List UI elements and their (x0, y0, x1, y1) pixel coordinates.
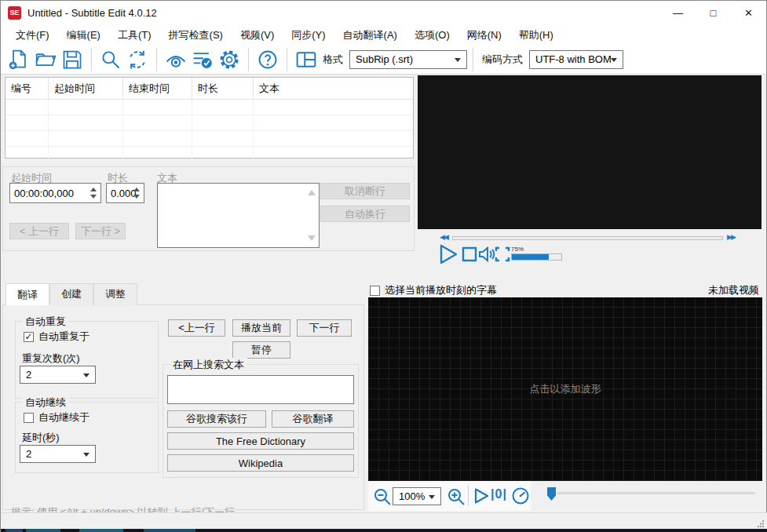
tab-translate[interactable]: 翻译 (5, 283, 49, 306)
playback-speed-button[interactable] (511, 486, 530, 505)
unbreak-button[interactable]: 取消断行 (320, 183, 410, 199)
column-duration[interactable]: 时长 (192, 78, 254, 99)
bottom-left-panel: 翻译 创建 调整 自动重复 自动重复于 重复次数(次) 2 自动继续 自动继续于 (2, 285, 364, 511)
table-row[interactable] (5, 131, 413, 147)
google-search-button[interactable]: 谷歌搜索该行 (167, 410, 266, 428)
wikipedia-button[interactable]: Wikipedia (167, 454, 354, 472)
waveform-controls: 100% |0| (368, 481, 762, 512)
close-button[interactable]: ✕ (731, 1, 766, 24)
delay-label: 延时(秒) (22, 431, 60, 445)
google-translate-button[interactable]: 谷歌翻译 (272, 410, 354, 428)
auto-continue-checkbox-label: 自动继续于 (38, 410, 89, 425)
pause-button[interactable]: 暂停 (232, 341, 290, 359)
slider-thumb[interactable] (547, 487, 556, 501)
help-button[interactable] (255, 47, 280, 72)
save-icon (61, 49, 83, 71)
waveform-zoom-combobox[interactable]: 100% (393, 487, 441, 505)
next-line-button[interactable]: 下一行 > (75, 223, 126, 239)
menu-item-network[interactable]: 网络(N) (458, 25, 510, 46)
search-icon (100, 49, 122, 71)
auto-continue-checkbox-row[interactable]: 自动继续于 (24, 410, 89, 425)
menu-item-help[interactable]: 帮助(H) (510, 25, 562, 46)
column-end-time[interactable]: 结束时间 (123, 78, 192, 99)
menu-item-options[interactable]: 选项(O) (406, 25, 458, 46)
auto-repeat-group: 自动重复 自动重复于 重复次数(次) 2 (15, 321, 159, 399)
video-seek-bar[interactable] (452, 236, 723, 240)
waveform-area[interactable]: 点击以添加波形 (368, 297, 762, 481)
scroll-down-icon[interactable] (308, 235, 316, 241)
column-number[interactable]: 编号 (5, 78, 49, 99)
menu-item-video[interactable]: 视频(V) (232, 25, 283, 46)
volume-bar[interactable] (511, 253, 562, 261)
start-time-spinner[interactable] (87, 185, 99, 201)
menu-item-tools[interactable]: 工具(T) (109, 25, 160, 46)
encoding-combobox[interactable]: UTF-8 with BOM (529, 50, 623, 69)
menu-item-sync[interactable]: 同步(Y) (283, 25, 334, 46)
auto-continue-checkbox[interactable] (24, 413, 34, 423)
play-button[interactable] (438, 243, 458, 265)
find-button[interactable] (98, 47, 123, 72)
seek-forward-icon[interactable]: ▶▶ (727, 233, 735, 241)
new-file-button[interactable] (6, 47, 31, 72)
translate-next-button[interactable]: 下一行 (297, 319, 352, 337)
visual-sync-button[interactable] (163, 47, 188, 72)
table-row[interactable] (5, 100, 413, 115)
table-row[interactable] (5, 147, 413, 162)
help-icon (257, 49, 279, 71)
column-text[interactable]: 文本 (254, 78, 413, 99)
video-status-text: 未加载视频 (708, 283, 762, 297)
fullscreen-button[interactable] (495, 246, 510, 262)
waveform-placeholder[interactable]: 点击以添加波形 (530, 382, 601, 396)
play-from-zero-icon[interactable]: |0| (491, 487, 507, 501)
select-current-checkbox[interactable] (370, 286, 380, 296)
volume-control[interactable]: 75% (511, 246, 562, 261)
subtitle-list[interactable]: 编号 起始时间 结束时间 时长 文本 (5, 77, 414, 159)
tab-strip: 翻译 创建 调整 (5, 285, 137, 305)
layout-button[interactable] (294, 47, 319, 72)
mute-button[interactable] (477, 245, 496, 264)
previous-line-button[interactable]: < 上一行 (9, 223, 69, 239)
settings-button[interactable] (217, 47, 242, 72)
save-button[interactable] (60, 47, 85, 72)
video-player: ◀◀ ▶▶ 75% (418, 75, 762, 271)
auto-break-button[interactable]: 自动换行 (320, 206, 410, 222)
waveform-position-slider[interactable] (557, 492, 755, 494)
tab-create[interactable]: 创建 (49, 283, 93, 305)
minimize-button[interactable]: — (660, 1, 696, 24)
menu-item-file[interactable]: 文件(F) (7, 25, 58, 46)
duration-input[interactable]: 0.000 (106, 183, 144, 203)
repeat-count-combobox[interactable]: 2 (20, 366, 96, 384)
scroll-up-icon[interactable] (308, 190, 316, 195)
duration-spinner[interactable] (130, 185, 142, 201)
stop-button[interactable] (462, 246, 477, 262)
fullscreen-icon (495, 246, 510, 262)
waveform-zoom-out-button[interactable] (373, 487, 392, 506)
resize-grip-icon[interactable] (757, 519, 765, 527)
menu-item-spellcheck[interactable]: 拼写检查(S) (160, 25, 232, 46)
window-title: Untitled - Subtitle Edit 4.0.12 (27, 7, 157, 19)
waveform-zoom-in-button[interactable] (447, 487, 466, 506)
waveform-play-button[interactable] (473, 487, 490, 505)
new-file-icon (8, 49, 30, 71)
tab-adjust[interactable]: 调整 (93, 283, 137, 305)
translate-prev-button[interactable]: <上一行 (168, 319, 225, 337)
menu-item-autotranslate[interactable]: 自动翻译(A) (334, 25, 406, 46)
free-dictionary-button[interactable]: The Free Dictionary (167, 432, 354, 450)
seek-back-icon[interactable]: ◀◀ (440, 233, 447, 241)
format-combobox[interactable]: SubRip (.srt) (349, 50, 467, 69)
delay-combobox[interactable]: 2 (20, 445, 96, 463)
play-current-button[interactable]: 播放当前 (232, 319, 290, 337)
web-search-input[interactable] (167, 375, 354, 404)
maximize-button[interactable]: □ (696, 1, 731, 24)
menu-item-edit[interactable]: 编辑(E) (58, 25, 109, 46)
replace-button[interactable] (125, 47, 150, 72)
subtitle-text-area[interactable] (157, 183, 320, 248)
spell-check-button[interactable] (190, 47, 215, 72)
open-file-button[interactable] (33, 47, 58, 72)
auto-repeat-checkbox-row[interactable]: 自动重复于 (24, 330, 89, 344)
table-row[interactable] (5, 115, 413, 131)
column-start-time[interactable]: 起始时间 (49, 78, 123, 99)
auto-repeat-checkbox[interactable] (24, 332, 34, 342)
video-screen[interactable] (418, 75, 762, 229)
start-time-input[interactable]: 00:00:00,000 (9, 183, 101, 203)
